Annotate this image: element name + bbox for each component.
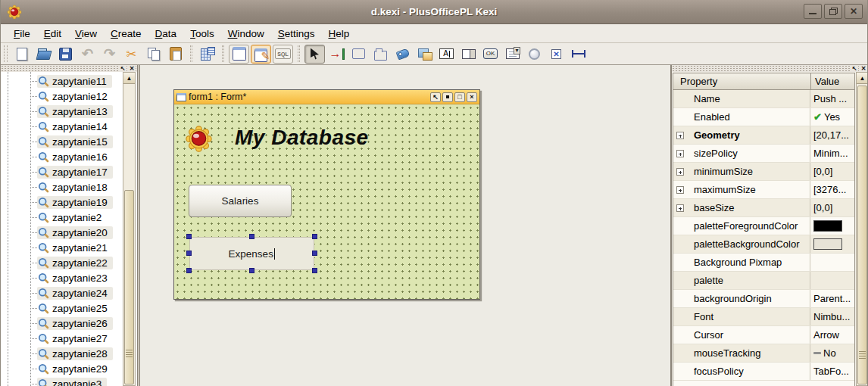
- minimize-button[interactable]: [804, 4, 822, 19]
- scroll-up-icon[interactable]: ▲: [857, 73, 868, 84]
- property-value-cell[interactable]: ✔ [20,17...: [810, 126, 854, 144]
- new-document-button[interactable]: [11, 45, 32, 64]
- assign-action-button[interactable]: [326, 45, 347, 64]
- sidebar-item[interactable]: zapytanie16: [1, 149, 123, 164]
- kexi-logo-icon[interactable]: [185, 125, 213, 153]
- design-view-button[interactable]: [251, 45, 271, 64]
- sidebar-item[interactable]: zapytanie12: [1, 89, 123, 104]
- property-row[interactable]: Cursor ✔ Arrow: [673, 326, 854, 344]
- sidebar-item[interactable]: zapytanie2: [1, 210, 123, 225]
- check-box-button[interactable]: [546, 45, 567, 64]
- menu-item[interactable]: Help: [321, 26, 356, 42]
- expand-icon[interactable]: [676, 150, 684, 157]
- resize-handle[interactable]: [186, 268, 192, 273]
- sidebar-item[interactable]: zapytanie11: [1, 73, 123, 89]
- sidebar-scrollbar[interactable]: ▲: [123, 72, 136, 386]
- property-row[interactable]: minimumSize ✔ [0,0]: [673, 163, 854, 181]
- property-scrollbar[interactable]: ▲: [856, 72, 868, 386]
- frame-button[interactable]: [348, 45, 369, 64]
- resize-handle[interactable]: [249, 234, 254, 239]
- sidebar-item[interactable]: zapytanie25: [1, 300, 123, 316]
- property-value-cell[interactable]: ✔: [810, 254, 854, 271]
- property-value-cell[interactable]: ✔: [810, 272, 854, 289]
- close-button[interactable]: ×: [467, 92, 477, 102]
- open-file-button[interactable]: [33, 45, 54, 64]
- property-row[interactable]: mouseTracking ✔ No: [673, 344, 854, 363]
- menu-item[interactable]: Tools: [183, 26, 221, 42]
- combo-box-button[interactable]: [502, 45, 523, 64]
- property-row[interactable]: focusPolicy ✔ TabFo...: [673, 363, 854, 381]
- expand-icon[interactable]: [676, 168, 684, 176]
- menu-item[interactable]: View: [68, 26, 104, 42]
- property-column-header[interactable]: Property: [673, 76, 810, 87]
- undock-icon[interactable]: ↖: [851, 65, 858, 72]
- dock-header[interactable]: ↖ ✕: [672, 65, 868, 72]
- form-canvas[interactable]: My Database Salaries Expenses: [174, 104, 479, 299]
- property-value-cell[interactable]: ✔ Arrow: [810, 326, 854, 344]
- sql-view-button[interactable]: SQL: [273, 45, 293, 64]
- sidebar-item[interactable]: zapytanie21: [1, 240, 123, 255]
- property-value-cell[interactable]: ✔ TabFo...: [810, 363, 854, 380]
- menu-item[interactable]: Window: [221, 26, 271, 42]
- image-box-button[interactable]: [414, 45, 435, 64]
- paste-button[interactable]: [165, 45, 186, 64]
- property-row[interactable]: backgroundOrigin ✔ Parent...: [673, 290, 854, 308]
- scroll-up-icon[interactable]: ▲: [123, 73, 135, 84]
- close-button[interactable]: ✕: [845, 4, 863, 19]
- close-icon[interactable]: ✕: [860, 65, 867, 72]
- property-value-cell[interactable]: ✔: [810, 217, 854, 235]
- property-value-cell[interactable]: ✔ [0,0]: [810, 199, 854, 216]
- sidebar-item[interactable]: zapytanie22: [1, 255, 123, 270]
- property-value-cell[interactable]: ✔ [0,0]: [810, 163, 854, 180]
- resize-handle[interactable]: [312, 251, 317, 256]
- maximize-button[interactable]: □: [454, 92, 465, 102]
- expand-icon[interactable]: [676, 132, 684, 139]
- pointer-button[interactable]: [304, 45, 325, 64]
- value-column-header[interactable]: Value: [810, 73, 854, 89]
- property-value-cell[interactable]: ✔ Nimbu...: [810, 308, 854, 325]
- line-edit-button[interactable]: A: [436, 45, 457, 64]
- property-value-cell[interactable]: ✔ Parent...: [810, 290, 854, 307]
- dock-header[interactable]: ↖ ✕: [1, 65, 137, 72]
- property-value-cell[interactable]: ✔ [3276...: [810, 181, 854, 198]
- push-button-button[interactable]: OK: [480, 45, 501, 64]
- menu-item[interactable]: Settings: [271, 26, 322, 42]
- property-value-cell[interactable]: ✔ Yes: [810, 108, 854, 126]
- property-value-cell[interactable]: ✔: [810, 235, 854, 253]
- close-icon[interactable]: ✕: [128, 65, 136, 72]
- spin-box-button[interactable]: [458, 45, 479, 64]
- property-value-cell[interactable]: ✔ Minim...: [810, 145, 854, 162]
- form-window-titlebar[interactable]: form1 : Form* ↖ □ ×: [174, 90, 479, 104]
- sidebar-item[interactable]: zapytanie29: [1, 361, 123, 376]
- resize-handle[interactable]: [312, 268, 317, 273]
- sidebar-item[interactable]: zapytanie27: [1, 331, 123, 346]
- menu-item[interactable]: Data: [148, 26, 184, 42]
- sidebar-item[interactable]: zapytanie3: [1, 376, 123, 386]
- sidebar-item[interactable]: zapytanie15: [1, 134, 123, 149]
- resize-handle[interactable]: [312, 234, 317, 239]
- sidebar-item[interactable]: zapytanie20: [1, 225, 123, 240]
- menu-item[interactable]: Edit: [37, 26, 68, 42]
- selected-widget[interactable]: Expenses: [189, 237, 314, 270]
- expand-icon[interactable]: [676, 204, 684, 212]
- expand-icon[interactable]: [676, 186, 684, 194]
- resize-handle[interactable]: [249, 268, 254, 273]
- table-relations-button[interactable]: [197, 45, 217, 64]
- undo-button[interactable]: [77, 45, 98, 64]
- undock-button[interactable]: ↖: [430, 92, 441, 102]
- property-row[interactable]: maximumSize ✔ [3276...: [673, 181, 854, 199]
- menu-item[interactable]: File: [7, 26, 37, 42]
- sidebar-item[interactable]: zapytanie23: [1, 270, 123, 285]
- menu-item[interactable]: Create: [104, 26, 148, 42]
- label-button[interactable]: [392, 45, 413, 64]
- property-row[interactable]: Enabled ✔ Yes: [673, 108, 854, 126]
- sidebar-item[interactable]: zapytanie18: [1, 179, 123, 195]
- redo-button[interactable]: [99, 45, 120, 64]
- data-view-button[interactable]: [229, 45, 249, 64]
- resize-handle[interactable]: [186, 251, 192, 256]
- minimize-button[interactable]: [442, 92, 453, 102]
- expenses-button[interactable]: Expenses: [189, 237, 314, 270]
- line-button[interactable]: [568, 45, 589, 64]
- sidebar-item[interactable]: zapytanie28: [1, 346, 123, 361]
- property-row[interactable]: sizePolicy ✔ Minim...: [673, 145, 854, 163]
